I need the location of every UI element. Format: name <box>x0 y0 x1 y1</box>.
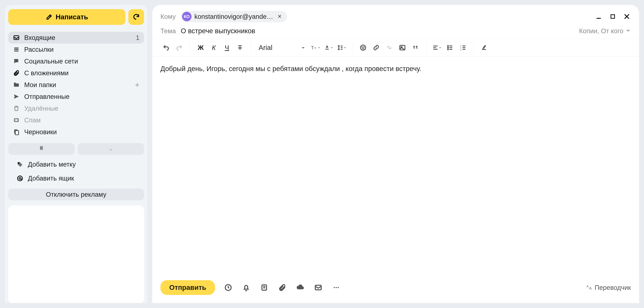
sidebar-item-social[interactable]: Социальные сети <box>8 55 144 67</box>
add-label-text: Добавить метку <box>28 161 76 168</box>
sidebar-item-trash[interactable]: Удалённые <box>8 102 144 114</box>
svg-rect-1 <box>14 48 19 48</box>
schedule-button[interactable] <box>223 283 233 292</box>
sidebar-item-myfolders[interactable]: Мои папки+ <box>8 79 144 91</box>
svg-text:A: A <box>586 284 589 288</box>
folder-label: Спам <box>24 116 140 124</box>
link-button[interactable] <box>370 42 382 53</box>
folder-label: Черновики <box>24 128 140 136</box>
svg-point-43 <box>336 287 337 288</box>
svg-rect-6 <box>15 130 18 135</box>
svg-rect-12 <box>611 15 614 18</box>
svg-rect-41 <box>315 285 321 290</box>
svg-text:3: 3 <box>460 49 462 51</box>
svg-point-25 <box>448 47 448 48</box>
reminder-button[interactable] <box>241 283 251 292</box>
draft-icon <box>13 128 20 136</box>
attach-button[interactable] <box>277 283 287 292</box>
add-mailbox-action[interactable]: Добавить ящик <box>8 172 144 184</box>
pill-dot[interactable] <box>78 143 144 155</box>
paperclip-icon <box>13 70 20 76</box>
trash-icon <box>13 105 20 112</box>
italic-button[interactable]: К <box>208 42 220 53</box>
compose-icon <box>46 14 53 20</box>
chevron-down-icon <box>625 27 631 35</box>
send-label: Отправить <box>169 284 206 291</box>
image-button[interactable] <box>397 42 408 53</box>
sidebar: Написать Входящие1РассылкиСоциальные сет… <box>5 5 147 303</box>
emoji-button[interactable] <box>357 42 369 53</box>
folder-icon <box>13 81 20 88</box>
sidebar-item-attachments[interactable]: С вложениями <box>8 67 144 79</box>
sidebar-item-inbox[interactable]: Входящие1 <box>8 32 144 44</box>
compose-label: Написать <box>56 13 88 21</box>
font-size-button[interactable]: TT <box>310 42 321 53</box>
svg-point-18 <box>364 47 364 48</box>
quote-button[interactable] <box>410 42 421 53</box>
refresh-icon <box>132 13 140 21</box>
folder-label: Социальные сети <box>24 58 140 65</box>
subject-input[interactable]: О встрече выпускников <box>181 27 255 35</box>
sidebar-item-sent[interactable]: Отправленные <box>8 91 144 102</box>
remove-recipient-icon[interactable] <box>276 12 283 21</box>
svg-point-8 <box>18 163 19 164</box>
maximize-button[interactable] <box>609 12 617 20</box>
numbered-list-button[interactable]: 123 <box>458 42 469 53</box>
compose-footer: Отправить Aあ Переводчик <box>152 274 639 303</box>
svg-point-24 <box>448 46 448 46</box>
send-icon <box>13 93 20 100</box>
to-row: Кому КО konstantinovigor@yande… <box>152 9 639 24</box>
folder-label: С вложениями <box>24 70 140 77</box>
font-picker[interactable]: Arial <box>256 42 308 53</box>
folder-label: Удалённые <box>24 105 140 112</box>
unlink-button[interactable] <box>384 42 395 53</box>
bullet-list-button[interactable] <box>444 42 456 53</box>
ad-placeholder <box>8 206 144 303</box>
svg-text:T: T <box>314 47 316 50</box>
more-button[interactable] <box>331 283 341 292</box>
svg-rect-15 <box>326 49 329 50</box>
signature-button[interactable] <box>313 283 323 292</box>
add-label-action[interactable]: Добавить метку <box>8 158 144 170</box>
pill-bookmark[interactable] <box>8 143 75 155</box>
attach-cloud-button[interactable] <box>295 283 305 292</box>
tag-icon <box>16 161 24 168</box>
align-button[interactable] <box>431 42 443 53</box>
sidebar-item-spam[interactable]: Спам <box>8 114 144 126</box>
at-icon <box>16 175 24 182</box>
bookmark-icon <box>39 146 44 152</box>
compose-button[interactable]: Написать <box>8 9 126 25</box>
sidebar-item-newsletters[interactable]: Рассылки <box>8 44 144 55</box>
folder-label: Входящие <box>24 34 132 42</box>
recipient-chip[interactable]: КО konstantinovigor@yande… <box>181 11 287 22</box>
compose-panel: Кому КО konstantinovigor@yande… <box>152 5 639 303</box>
svg-rect-36 <box>482 49 486 50</box>
clear-format-button[interactable] <box>479 42 490 53</box>
close-button[interactable] <box>623 12 631 20</box>
send-button[interactable]: Отправить <box>160 280 215 295</box>
translator-icon: Aあ <box>586 284 592 292</box>
underline-button[interactable]: Ч <box>221 42 232 53</box>
copies-toggle[interactable]: Копии, От кого <box>579 27 631 35</box>
redo-button[interactable] <box>174 42 185 53</box>
subject-label: Тема <box>160 27 176 35</box>
refresh-button[interactable] <box>128 9 144 25</box>
svg-point-17 <box>362 47 362 48</box>
disable-ads-button[interactable]: Отключить рекламу <box>8 188 144 200</box>
folder-label: Рассылки <box>24 46 140 53</box>
translator-button[interactable]: Aあ Переводчик <box>586 284 631 292</box>
stack-icon <box>13 46 20 53</box>
bold-button[interactable]: Ж <box>195 42 206 53</box>
undo-button[interactable] <box>160 42 172 53</box>
add-folder-icon[interactable]: + <box>135 80 140 89</box>
strike-button[interactable]: Т <box>234 42 246 53</box>
sidebar-item-drafts[interactable]: Черновики <box>8 126 144 138</box>
dot-icon <box>110 146 112 152</box>
minimize-button[interactable] <box>594 12 603 20</box>
svg-point-7 <box>110 149 112 150</box>
text-color-button[interactable] <box>323 42 334 53</box>
template-button[interactable] <box>259 283 269 292</box>
chat-icon <box>13 58 20 65</box>
message-body[interactable]: Добрый день, Игорь, сегодня мы с ребятам… <box>152 56 639 274</box>
line-height-button[interactable] <box>336 42 347 53</box>
